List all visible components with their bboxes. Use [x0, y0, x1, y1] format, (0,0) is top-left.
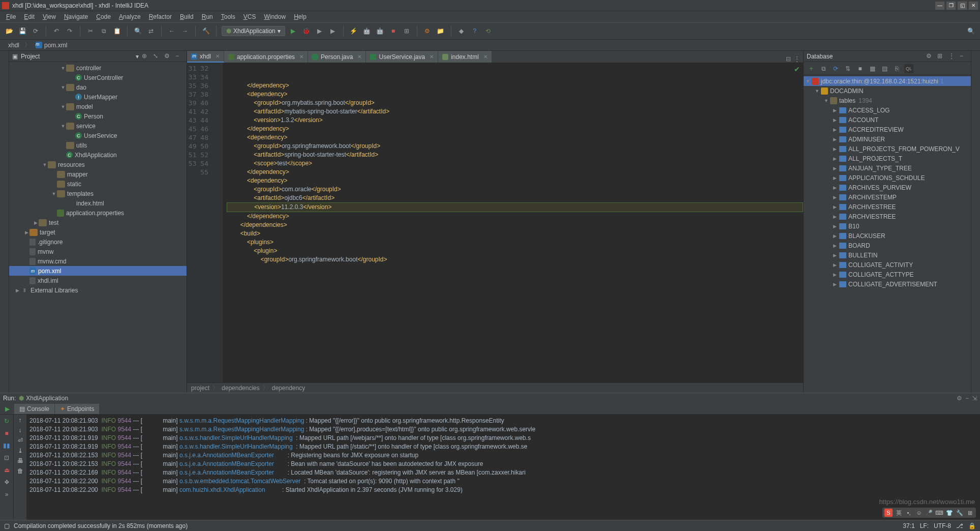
endpoints-tab[interactable]: ✦Endpoints [55, 404, 100, 414]
up-icon[interactable]: ↑ [19, 417, 22, 424]
tree-item-dao[interactable]: ▼dao [9, 82, 187, 92]
lock-icon[interactable]: 🔒 [968, 522, 976, 529]
tree-item-person[interactable]: CPerson [9, 111, 187, 121]
chevron-down-icon[interactable]: ▾ [136, 53, 139, 60]
scroll-icon[interactable]: ⤓ [18, 447, 23, 454]
tree-item-application-properties[interactable]: application.properties [9, 208, 187, 218]
menu-vcs[interactable]: VCS [240, 12, 259, 21]
stop-run-icon[interactable]: ■ [2, 429, 11, 438]
tree-item-templates[interactable]: ▼templates [9, 189, 187, 198]
editor-tab-person-java[interactable]: Person.java✕ [308, 51, 366, 63]
breadcrumb-item[interactable]: xhdl [4, 41, 21, 49]
restore-button[interactable]: ◱ [958, 2, 967, 10]
exit-icon[interactable]: ⏏ [2, 465, 11, 475]
menu-tools[interactable]: Tools [218, 12, 238, 21]
tree-item-xhdlapplication[interactable]: CXhdlApplication [9, 150, 187, 160]
menu-code[interactable]: Code [93, 12, 114, 21]
replace-icon[interactable]: ⇄ [146, 26, 156, 36]
ime-mic-icon[interactable]: 🎤 [925, 509, 933, 517]
redo-icon[interactable]: ↷ [65, 26, 75, 36]
save-all-icon[interactable]: 💾 [17, 26, 27, 36]
close-button[interactable]: ✕ [969, 2, 978, 10]
db-item-colligate_advertisement[interactable]: ▶COLLIGATE_ADVERTISEMENT [804, 279, 971, 289]
db-item-colligate_activity[interactable]: ▶COLLIGATE_ACTIVITY [804, 260, 971, 270]
db-console-icon[interactable]: ▤ [880, 64, 889, 73]
undo-icon[interactable]: ↶ [51, 26, 62, 36]
run-icon[interactable]: ▶ [288, 26, 298, 36]
editor-tab-xhdl[interactable]: mxhdl✕ [187, 51, 224, 63]
editor-tab-userservice-java[interactable]: UserService.java✕ [366, 51, 438, 63]
db-item-colligate_acttype[interactable]: ▶COLLIGATE_ACTTYPE [804, 270, 971, 279]
rerun-icon[interactable]: ↻ [2, 417, 11, 426]
android-icon[interactable]: 🤖 [362, 26, 372, 36]
ime-kbd-icon[interactable]: ⌨ [935, 509, 943, 517]
tree-item-xhdl-iml[interactable]: xhdl.iml [9, 276, 187, 285]
minimize-button[interactable]: — [935, 2, 944, 10]
db-item-board[interactable]: ▶BOARD [804, 241, 971, 250]
status-icon[interactable]: ▢ [4, 522, 10, 529]
db-refresh-icon[interactable]: ⟳ [831, 64, 840, 73]
tree-item--gitignore[interactable]: .gitignore [9, 237, 187, 247]
db-item-archviestree[interactable]: ▶ARCHVIESTREE [804, 212, 971, 221]
editor-breadcrumb[interactable]: project〉dependencies〉dependency [187, 382, 803, 393]
android-debug-icon[interactable]: 🤖 [375, 26, 385, 36]
ime-emoji-icon[interactable]: ☺ [915, 509, 923, 517]
close-tab-icon[interactable]: ✕ [299, 54, 303, 60]
locate-icon[interactable]: ⊕ [142, 52, 150, 61]
db-item-archivestemp[interactable]: ▶ARCHIVESTEMP [804, 192, 971, 202]
db-sql-icon[interactable]: QL [904, 64, 913, 73]
db-item-account[interactable]: ▶ACCOUNT [804, 115, 971, 125]
cut-icon[interactable]: ✂ [85, 26, 96, 36]
db-item-tables[interactable]: ▼tables1394 [804, 96, 971, 105]
settings-icon[interactable]: ⚙ [422, 26, 433, 36]
tree-item-index-html[interactable]: index.html [9, 198, 187, 208]
tab-list-icon[interactable]: ⊟ [786, 55, 791, 63]
editor-breadcrumb-item[interactable]: project [191, 385, 209, 392]
menu-view[interactable]: View [40, 12, 59, 21]
menu-edit[interactable]: Edit [21, 12, 38, 21]
tree-item-external-libraries[interactable]: ▶⫴External Libraries [9, 285, 187, 295]
editor-body[interactable]: 31 32 33 34 35 36 37 38 39 40 41 42 43 4… [187, 63, 803, 382]
open-icon[interactable]: 📂 [4, 26, 14, 36]
editor-breadcrumb-item[interactable]: dependency [272, 385, 305, 392]
run-settings-icon[interactable]: ⚙ [957, 395, 962, 402]
jrebel-icon[interactable]: ⟲ [483, 26, 493, 36]
console-tab[interactable]: ▤Console [14, 404, 55, 414]
tree-item-usermapper[interactable]: IUserMapper [9, 92, 187, 102]
tree-item-mvnw-cmd[interactable]: mvnw.cmd [9, 256, 187, 266]
db-jump-icon[interactable]: ⎘ [892, 64, 901, 73]
build-icon[interactable]: 🔨 [201, 26, 211, 36]
console-output[interactable]: 2018-07-11 20:08:21.903 INFO 9544 --- [ … [26, 415, 980, 520]
add-datasource-icon[interactable]: + [807, 64, 816, 73]
db-item-bulletin[interactable]: ▶BULLETIN [804, 250, 971, 260]
db-more-icon[interactable]: ⋮ [948, 52, 957, 61]
ime-menu-icon[interactable]: ⊞ [966, 509, 974, 517]
db-item-applications_schdule[interactable]: ▶APPLICATIONS_SCHDULE [804, 173, 971, 183]
db-stop-icon[interactable]: ■ [855, 64, 865, 73]
db-sync-icon[interactable]: ⇅ [843, 64, 852, 73]
close-tab-icon[interactable]: ✕ [357, 54, 361, 60]
run-restore-icon[interactable]: ⇲ [972, 395, 977, 402]
back-icon[interactable]: ← [167, 26, 177, 36]
more-icon[interactable]: ⋮ [794, 55, 800, 63]
sogou-icon[interactable]: S [884, 509, 893, 517]
db-item-blackuser[interactable]: ▶BLACKUSER [804, 231, 971, 241]
db-settings-icon[interactable]: ⚙ [926, 52, 934, 61]
tree-item-target[interactable]: ▶target [9, 227, 187, 237]
rerun-icon[interactable]: ▶ [0, 405, 14, 412]
db-item-archives_purview[interactable]: ▶ARCHIVES_PURVIEW [804, 183, 971, 192]
paste-icon[interactable]: 📋 [112, 26, 122, 36]
db-item-anjuan_type_tree[interactable]: ▶ANJUAN_TYPE_TREE [804, 163, 971, 173]
close-tab-icon[interactable]: ✕ [483, 54, 487, 60]
db-item-all_projects_from_poweron_v[interactable]: ▶ALL_PROJECTS_FROM_POWERON_V [804, 144, 971, 154]
db-item-docadmin[interactable]: ▼DOCADMIN [804, 86, 971, 96]
tree-item-usercontroller[interactable]: CUserController [9, 73, 187, 82]
forward-icon[interactable]: → [180, 26, 190, 36]
db-item-jdbc-oracle-thin-192-168-0-24-1521-huizhi[interactable]: ▼jdbc:oracle:thin:@192.168.0.24:1521:hui… [804, 76, 971, 86]
editor-breadcrumb-item[interactable]: dependencies [222, 385, 260, 392]
coverage-icon[interactable]: ▶ [315, 26, 325, 36]
layout-icon[interactable]: ⊞ [402, 26, 412, 36]
menu-build[interactable]: Build [177, 12, 197, 21]
project-tree[interactable]: ▼controllerCUserController▼daoIUserMappe… [9, 62, 187, 393]
menu-run[interactable]: Run [199, 12, 216, 21]
